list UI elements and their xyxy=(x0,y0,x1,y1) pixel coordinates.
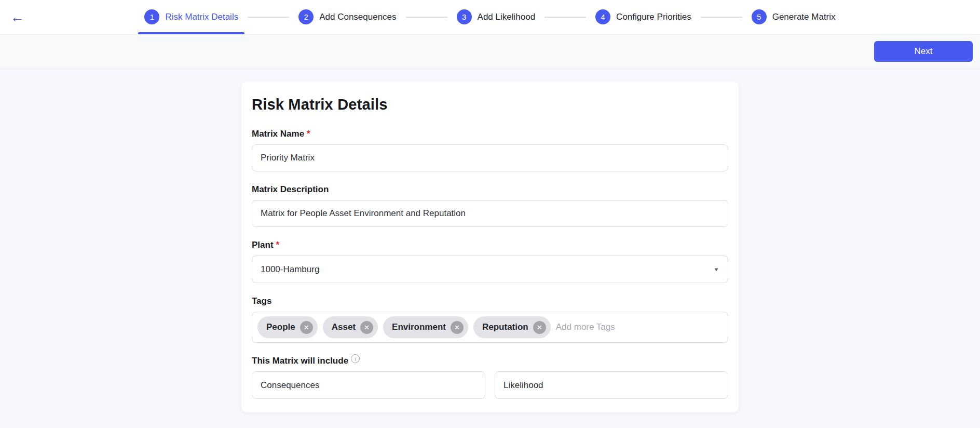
step-number-badge: 3 xyxy=(457,9,472,24)
step-label: Generate Matrix xyxy=(772,12,836,22)
step-label: Add Likelihood xyxy=(478,12,536,22)
toolbar: Next xyxy=(0,34,980,69)
step-risk-matrix-details[interactable]: 1 Risk Matrix Details xyxy=(142,0,240,34)
remove-tag-icon[interactable]: ✕ xyxy=(300,321,313,334)
includes-row: Consequences Likelihood xyxy=(252,371,728,399)
required-asterisk: * xyxy=(276,240,280,250)
label-text: Tags xyxy=(252,296,271,306)
step-add-consequences[interactable]: 2 Add Consequences xyxy=(296,0,398,34)
step-number-badge: 5 xyxy=(752,9,767,24)
back-button[interactable]: ← xyxy=(7,7,27,27)
page: ← 1 Risk Matrix Details 2 Add Consequenc… xyxy=(0,0,980,428)
matrix-description-input[interactable] xyxy=(252,200,728,227)
wizard-header: ← 1 Risk Matrix Details 2 Add Consequenc… xyxy=(0,0,980,34)
risk-matrix-details-card: Risk Matrix Details Matrix Name * Matrix… xyxy=(241,82,739,412)
tags-label: Tags xyxy=(252,296,728,306)
tag-chip-people: People ✕ xyxy=(257,316,318,338)
tag-chip-environment: Environment ✕ xyxy=(383,316,468,338)
tag-chip-asset: Asset ✕ xyxy=(323,316,378,338)
plant-field: Plant * 1000-Hamburg ▼ xyxy=(252,240,728,283)
add-tag-input[interactable] xyxy=(556,322,723,332)
step-configure-priorities[interactable]: 4 Configure Priorities xyxy=(593,0,693,34)
matrix-description-field: Matrix Description xyxy=(252,184,728,227)
arrow-left-icon: ← xyxy=(10,9,24,25)
label-text: Plant xyxy=(252,240,274,250)
plant-select[interactable]: 1000-Hamburg ▼ xyxy=(252,256,728,283)
matrix-description-label: Matrix Description xyxy=(252,184,728,195)
remove-tag-icon[interactable]: ✕ xyxy=(360,321,373,334)
label-text: Matrix Name xyxy=(252,129,304,139)
step-label: Add Consequences xyxy=(319,12,396,22)
step-connector xyxy=(701,17,742,18)
matrix-name-label: Matrix Name * xyxy=(252,129,728,139)
main-content: Risk Matrix Details Matrix Name * Matrix… xyxy=(0,69,980,428)
tag-chip-label: Reputation xyxy=(482,322,528,332)
step-connector xyxy=(248,17,289,18)
matrix-includes-field: This Matrix will include i Consequences … xyxy=(252,356,728,399)
tags-input-container[interactable]: People ✕ Asset ✕ Environment ✕ Reputatio… xyxy=(252,312,728,343)
tag-chip-label: Asset xyxy=(332,322,356,332)
include-box-likelihood: Likelihood xyxy=(495,371,728,399)
info-icon[interactable]: i xyxy=(351,354,360,363)
wizard-stepper: 1 Risk Matrix Details 2 Add Consequences… xyxy=(142,0,837,34)
tag-chip-reputation: Reputation ✕ xyxy=(473,316,551,338)
step-connector xyxy=(545,17,586,18)
include-box-consequences: Consequences xyxy=(252,371,485,399)
next-button[interactable]: Next xyxy=(874,41,973,62)
remove-tag-icon[interactable]: ✕ xyxy=(451,321,464,334)
tag-chip-label: Environment xyxy=(392,322,446,332)
step-number-badge: 2 xyxy=(298,9,314,24)
card-title: Risk Matrix Details xyxy=(252,96,728,113)
step-generate-matrix[interactable]: 5 Generate Matrix xyxy=(750,0,838,34)
matrix-name-field: Matrix Name * xyxy=(252,129,728,171)
matrix-name-input[interactable] xyxy=(252,144,728,171)
step-add-likelihood[interactable]: 3 Add Likelihood xyxy=(455,0,538,34)
remove-tag-icon[interactable]: ✕ xyxy=(533,321,546,334)
matrix-includes-label: This Matrix will include i xyxy=(252,356,728,366)
plant-label: Plant * xyxy=(252,240,728,250)
step-label: Risk Matrix Details xyxy=(165,12,238,22)
label-text: Matrix Description xyxy=(252,184,329,195)
step-number-badge: 4 xyxy=(595,9,610,24)
step-connector xyxy=(406,17,447,18)
tag-chip-label: People xyxy=(266,322,295,332)
label-text: This Matrix will include xyxy=(252,356,348,366)
step-label: Configure Priorities xyxy=(616,12,691,22)
step-number-badge: 1 xyxy=(144,9,159,24)
required-asterisk: * xyxy=(307,129,310,139)
tags-field: Tags People ✕ Asset ✕ Environment ✕ xyxy=(252,296,728,343)
chevron-down-icon: ▼ xyxy=(713,266,719,272)
plant-selected-value: 1000-Hamburg xyxy=(261,264,319,275)
